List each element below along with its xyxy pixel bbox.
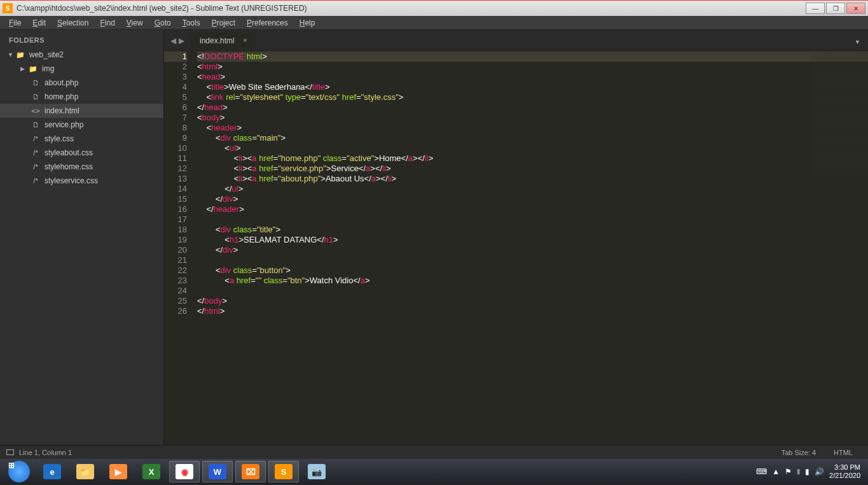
statusbar: Line 1, Column 1 Tab Size: 4 HTML [0, 445, 868, 459]
tree-label: stylehome.css [45, 162, 93, 171]
volume-icon[interactable]: 🔊 [815, 467, 824, 476]
taskbar-clock[interactable]: 3:30 PM 2/21/2020 [829, 463, 860, 480]
chevron-down-icon: ▼ [8, 52, 14, 58]
tree-folder-root[interactable]: ▼ 📁 web_site2 [0, 48, 163, 62]
app-icon: S [3, 3, 13, 13]
file-icon: 🗋 [31, 79, 41, 87]
chevron-right-icon: ▶ [20, 66, 27, 72]
menu-goto[interactable]: Goto [149, 17, 176, 29]
keyboard-icon[interactable]: ⌨ [756, 467, 767, 476]
clock-date: 2/21/2020 [829, 472, 860, 480]
start-button[interactable]: ⊞ [4, 461, 34, 482]
menu-project[interactable]: Project [207, 17, 240, 29]
file-icon: 🗋 [31, 93, 41, 101]
status-cursor-pos: Line 1, Column 1 [19, 449, 72, 456]
file-icon: /* [31, 149, 41, 157]
tree-label: home.php [45, 92, 78, 101]
menu-help[interactable]: Help [294, 17, 320, 29]
menu-edit[interactable]: Edit [27, 17, 51, 29]
menu-view[interactable]: View [121, 17, 148, 29]
flag-icon[interactable]: ⚑ [785, 467, 792, 476]
tree-file-style-css[interactable]: /*style.css [0, 132, 163, 146]
taskbar-wmp[interactable]: ▶ [103, 461, 134, 482]
battery-icon[interactable]: ▮ [805, 467, 809, 476]
tree-file-stylehome-css[interactable]: /*stylehome.css [0, 160, 163, 174]
tree-file-styleservice-css[interactable]: /*styleservice.css [0, 174, 163, 188]
code-editor[interactable]: 1234567891011121314151617181920212223242… [164, 49, 868, 445]
taskbar-camera[interactable]: 📷 [301, 461, 332, 482]
tab-label: index.html [200, 36, 235, 45]
tree-folder-img[interactable]: ▶ 📁 img [0, 62, 163, 76]
system-tray: ⌨ ▲ ⚑ ⫴ ▮ 🔊 3:30 PM 2/21/2020 [756, 463, 865, 480]
tab-forward-button[interactable]: ▶ [179, 36, 184, 45]
menubar: FileEditSelectionFindViewGotoToolsProjec… [0, 16, 868, 30]
tree-file-service-php[interactable]: 🗋service.php [0, 118, 163, 132]
tree-file-about-php[interactable]: 🗋about.php [0, 76, 163, 90]
tree-label: styleabout.css [45, 148, 93, 157]
tree-file-home-php[interactable]: 🗋home.php [0, 90, 163, 104]
tab-index-html[interactable]: index.html × [191, 32, 252, 49]
tree-label: style.css [45, 134, 74, 143]
taskbar-ie[interactable]: e [37, 461, 67, 482]
folder-icon: 📁 [15, 51, 25, 59]
folder-tree: ▼ 📁 web_site2 ▶ 📁 img 🗋about.php🗋home.ph… [0, 48, 163, 188]
taskbar-sublime[interactable]: S [268, 461, 299, 482]
folder-icon: 📁 [28, 65, 38, 73]
tree-label: index.html [45, 106, 79, 115]
menu-selection[interactable]: Selection [52, 17, 93, 29]
tab-back-button[interactable]: ◀ [170, 36, 176, 45]
tab-overflow-button[interactable]: ▼ [847, 35, 868, 49]
clock-time: 3:30 PM [829, 463, 860, 472]
close-button[interactable]: ✕ [846, 3, 865, 14]
tree-file-styleabout-css[interactable]: /*styleabout.css [0, 146, 163, 160]
file-icon: /* [31, 163, 41, 171]
file-icon: /* [31, 135, 41, 143]
panel-icon[interactable] [6, 449, 14, 455]
window-title: C:\xampp\htdocs\web_site2\index.html (we… [17, 4, 804, 13]
sidebar-header: FOLDERS [0, 30, 163, 48]
tree-label: web_site2 [29, 50, 64, 59]
minimize-button[interactable]: — [806, 3, 825, 14]
status-tab-size[interactable]: Tab Size: 4 [773, 449, 825, 456]
minimap[interactable] [811, 49, 868, 176]
file-icon: <> [31, 107, 41, 115]
taskbar-excel[interactable]: X [136, 461, 167, 482]
line-gutter: 1234567891011121314151617181920212223242… [164, 49, 192, 445]
maximize-button[interactable]: ❐ [826, 3, 845, 14]
taskbar-xampp[interactable]: ⌧ [235, 461, 266, 482]
file-icon: /* [31, 177, 41, 185]
wifi-icon[interactable]: ⫴ [797, 467, 800, 476]
tree-label: img [42, 64, 54, 73]
tabstrip: ◀ ▶ index.html × ▼ [164, 30, 868, 49]
sidebar: FOLDERS ▼ 📁 web_site2 ▶ 📁 img 🗋about.php… [0, 30, 164, 445]
menu-tools[interactable]: Tools [177, 17, 205, 29]
tree-label: service.php [45, 120, 83, 129]
close-icon[interactable]: × [243, 36, 247, 44]
tree-label: about.php [45, 78, 78, 87]
file-icon: 🗋 [31, 121, 41, 129]
editor-area: ◀ ▶ index.html × ▼ 123456789101112131415… [164, 30, 868, 445]
taskbar-explorer[interactable]: 📁 [70, 461, 100, 482]
code-content[interactable]: <!DOCTYPE html><html><head> <title>Web S… [192, 49, 868, 445]
menu-preferences[interactable]: Preferences [242, 17, 293, 29]
tray-chevron-icon[interactable]: ▲ [772, 467, 780, 476]
menu-find[interactable]: Find [95, 17, 120, 29]
tree-label: styleservice.css [45, 176, 98, 185]
taskbar: ⊞ e 📁 ▶ X ◉ W ⌧ S 📷 ⌨ ▲ ⚑ ⫴ ▮ 🔊 3:30 PM … [0, 459, 868, 484]
menu-file[interactable]: File [4, 17, 26, 29]
taskbar-chrome[interactable]: ◉ [169, 461, 200, 482]
status-language[interactable]: HTML [825, 449, 862, 456]
taskbar-word[interactable]: W [202, 461, 233, 482]
tree-file-index-html[interactable]: <>index.html [0, 104, 163, 118]
window-titlebar: S C:\xampp\htdocs\web_site2\index.html (… [0, 0, 868, 16]
